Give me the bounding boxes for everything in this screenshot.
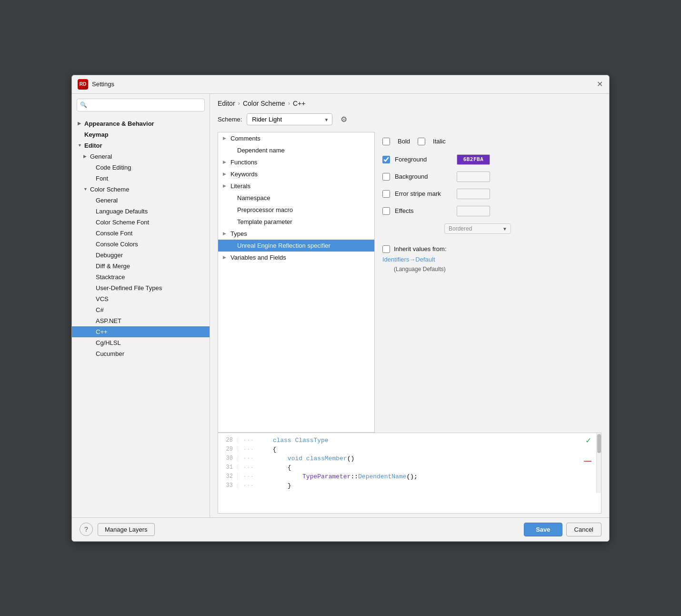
foreground-color-value: 6B2FBA	[463, 156, 484, 162]
body: 🔍 ▶ Appearance & Behavior Keymap ▼ Edito…	[72, 94, 609, 517]
arrow-icon: ▼	[83, 187, 88, 192]
sidebar-item-cucumber[interactable]: Cucumber	[72, 348, 210, 359]
line-dots: ···	[243, 473, 254, 480]
list-item-variables[interactable]: ▶ Variables and Fields	[218, 252, 374, 263]
line-dots: ···	[243, 455, 254, 462]
effects-color-swatch[interactable]	[457, 206, 490, 216]
sidebar-item-diff-merge[interactable]: Diff & Merge	[72, 261, 210, 272]
background-color-swatch[interactable]	[457, 172, 490, 182]
effects-row: Effects	[382, 204, 594, 218]
list-item-functions[interactable]: ▶ Functions	[218, 156, 374, 168]
arrow-icon: ▶	[223, 160, 229, 164]
sidebar-item-color-scheme[interactable]: ▼ Color Scheme	[72, 184, 210, 195]
properties-panel: Bold Italic Foreground 6B2FBA	[375, 132, 601, 433]
sidebar-item-general[interactable]: ▶ General	[72, 151, 210, 162]
code-content: }	[258, 482, 291, 489]
background-row: Background	[382, 170, 594, 183]
code-content: TypeParameter::DependentName();	[258, 473, 417, 480]
inherit-link[interactable]: Identifiers→Default	[382, 256, 594, 263]
line-number: 33	[218, 482, 238, 489]
list-item-preprocessor[interactable]: Preprocessor macro	[218, 204, 374, 216]
code-preview: ✓ — 28 ··· class ClassType 29 ···	[218, 433, 601, 514]
code-line-30: 30 ··· void classMember()	[218, 454, 591, 463]
title-bar: RD Settings ✕	[72, 75, 609, 94]
sidebar-item-aspnet[interactable]: ASP.NET	[72, 315, 210, 326]
effects-select[interactable]: Bordered	[444, 223, 511, 234]
sidebar-item-user-defined[interactable]: User-Defined File Types	[72, 283, 210, 293]
line-dots: ···	[243, 446, 254, 453]
arrow-icon: ▶	[223, 136, 229, 141]
sidebar-item-code-editing[interactable]: Code Editing	[72, 162, 210, 173]
error-stripe-label: Error stripe mark	[395, 190, 452, 197]
list-item-namespace[interactable]: Namespace	[218, 192, 374, 204]
code-content: {	[258, 464, 291, 471]
search-input[interactable]	[77, 99, 205, 111]
sidebar-item-csharp[interactable]: C#	[72, 304, 210, 315]
sidebar-item-cghlsl[interactable]: Cg/HLSL	[72, 337, 210, 348]
bold-italic-row: Bold Italic	[382, 138, 594, 145]
vertical-scrollbar[interactable]	[596, 433, 601, 493]
sidebar-item-cpp[interactable]: C++	[72, 326, 210, 337]
scheme-select[interactable]: Rider Light Default Darcula	[247, 113, 332, 125]
bold-checkbox[interactable]	[382, 138, 390, 145]
inherit-checkbox[interactable]	[382, 245, 390, 253]
error-stripe-color-swatch[interactable]	[457, 189, 490, 199]
list-item-template[interactable]: Template parameter	[218, 216, 374, 228]
code-line-33: 33 ··· }	[218, 481, 591, 490]
sidebar-item-appearance[interactable]: ▶ Appearance & Behavior	[72, 118, 210, 129]
manage-layers-button[interactable]: Manage Layers	[98, 523, 155, 536]
sidebar-item-color-scheme-font[interactable]: Color Scheme Font	[72, 217, 210, 228]
error-stripe-checkbox[interactable]	[382, 190, 390, 198]
items-panel: ▶ Comments Dependent name ▶ Functions	[218, 132, 375, 433]
gear-button[interactable]: ⚙	[337, 113, 351, 126]
cancel-button[interactable]: Cancel	[566, 523, 601, 536]
breadcrumb-color-scheme: Color Scheme	[243, 100, 285, 107]
sidebar-item-editor[interactable]: ▼ Editor	[72, 140, 210, 151]
close-button[interactable]: ✕	[596, 81, 603, 88]
effects-select-wrapper: Bordered ▼	[444, 223, 511, 234]
list-item-unreal-engine[interactable]: Unreal Engine Reflection specifier	[218, 240, 374, 252]
inherit-sub: (Language Defaults)	[394, 266, 594, 273]
checkmark-icon: ✓	[585, 436, 591, 445]
list-item-keywords[interactable]: ▶ Keywords	[218, 168, 374, 180]
sidebar-item-console-colors[interactable]: Console Colors	[72, 239, 210, 250]
arrow-icon: ▶	[223, 255, 229, 260]
sidebar-item-cs-general[interactable]: General	[72, 195, 210, 206]
list-item-comments[interactable]: ▶ Comments	[218, 132, 374, 144]
code-content: void classMember()	[258, 455, 354, 462]
help-button[interactable]: ?	[80, 523, 93, 536]
sidebar-item-debugger[interactable]: Debugger	[72, 250, 210, 261]
scroll-thumb[interactable]	[597, 434, 601, 453]
app-icon: RD	[78, 79, 88, 90]
code-content: class ClassType	[258, 437, 328, 444]
sidebar-item-language-defaults[interactable]: Language Defaults	[72, 206, 210, 217]
foreground-checkbox[interactable]	[382, 156, 390, 163]
sidebar-item-font[interactable]: Font	[72, 173, 210, 184]
effects-label: Effects	[395, 207, 452, 214]
code-line-32: 32 ··· TypeParameter::DependentName();	[218, 472, 591, 481]
effects-checkbox[interactable]	[382, 207, 390, 215]
background-checkbox[interactable]	[382, 173, 390, 181]
sidebar-item-stacktrace[interactable]: Stacktrace	[72, 272, 210, 283]
foreground-color-swatch[interactable]: 6B2FBA	[457, 154, 490, 165]
sidebar: 🔍 ▶ Appearance & Behavior Keymap ▼ Edito…	[72, 94, 210, 517]
bottom-right: Save Cancel	[524, 523, 601, 536]
background-label: Background	[395, 173, 452, 180]
list-item-types[interactable]: ▶ Types	[218, 228, 374, 240]
code-line-28: 28 ··· class ClassType	[218, 436, 591, 445]
window-title: Settings	[92, 81, 114, 88]
error-stripe-row: Error stripe mark	[382, 187, 594, 201]
italic-checkbox[interactable]	[418, 138, 425, 145]
line-dots: ···	[243, 482, 254, 489]
foreground-row: Foreground 6B2FBA	[382, 153, 594, 166]
list-item-literals[interactable]: ▶ Literals	[218, 180, 374, 192]
sidebar-item-vcs[interactable]: VCS	[72, 293, 210, 304]
sidebar-item-console-font[interactable]: Console Font	[72, 228, 210, 239]
line-number: 29	[218, 446, 238, 453]
list-item-dependent-name[interactable]: Dependent name	[218, 144, 374, 156]
sidebar-item-keymap[interactable]: Keymap	[72, 129, 210, 140]
arrow-icon: ▶	[223, 231, 229, 236]
breadcrumb-cpp: C++	[293, 100, 305, 107]
arrow-icon: ▶	[223, 183, 229, 188]
save-button[interactable]: Save	[524, 523, 562, 536]
